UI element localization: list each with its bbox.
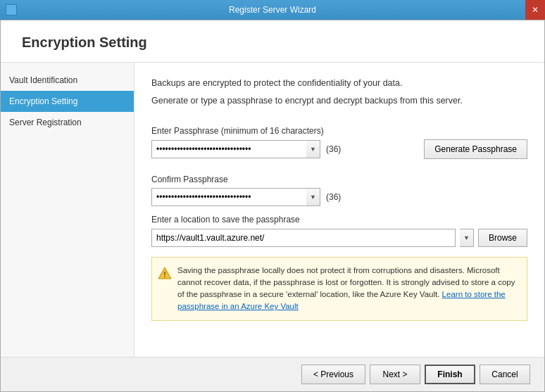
wizard-content: Backups are encrypted to protect the con… (134, 63, 544, 357)
title-bar: Register Server Wizard ✕ (0, 0, 545, 20)
passphrase-input-wrapper: ▼ (151, 140, 320, 158)
confirm-passphrase-section: Confirm Passphrase ▼ (36) (151, 166, 527, 206)
nav-item-vault-identification[interactable]: Vault Identification (1, 70, 134, 91)
browse-button[interactable]: Browse (478, 229, 527, 247)
wizard-body: Vault Identification Encryption Setting … (1, 63, 544, 357)
passphrase-input[interactable] (151, 140, 306, 158)
finish-button[interactable]: Finish (425, 365, 475, 384)
passphrase-section: Enter Passphrase (minimum of 16 characte… (151, 118, 527, 159)
cancel-button[interactable]: Cancel (480, 365, 530, 384)
close-button[interactable]: ✕ (525, 0, 545, 20)
location-section: Enter a location to save the passphrase … (151, 215, 527, 247)
warning-icon: ! (158, 266, 172, 280)
close-icon: ✕ (532, 5, 539, 15)
passphrase-dropdown-arrow[interactable]: ▼ (306, 140, 320, 158)
app-icon (6, 4, 17, 15)
previous-button[interactable]: < Previous (301, 365, 365, 384)
passphrase-row: ▼ (36) Generate Passphrase (151, 139, 527, 159)
confirm-passphrase-label: Confirm Passphrase (151, 175, 527, 184)
warning-text: Saving the passphrase locally does not p… (177, 265, 521, 313)
confirm-passphrase-row: ▼ (36) (151, 188, 527, 206)
location-input[interactable] (151, 229, 456, 247)
info-line1: Backups are encrypted to protect the con… (151, 77, 527, 90)
nav-item-encryption-setting[interactable]: Encryption Setting (1, 91, 134, 112)
info-line2: Generate or type a passphrase to encrypt… (151, 94, 527, 108)
nav-item-server-registration[interactable]: Server Registration (1, 112, 134, 133)
location-row: ▼ Browse (151, 229, 527, 247)
next-button[interactable]: Next > (370, 365, 420, 384)
wizard-footer: < Previous Next > Finish Cancel (1, 357, 544, 391)
generate-passphrase-button[interactable]: Generate Passphrase (424, 139, 527, 159)
confirm-dropdown-arrow[interactable]: ▼ (306, 188, 320, 206)
confirm-passphrase-input[interactable] (151, 188, 306, 206)
window-title: Register Server Wizard (229, 5, 316, 15)
svg-text:!: ! (163, 270, 166, 279)
location-label: Enter a location to save the passphrase (151, 215, 527, 225)
location-dropdown-arrow[interactable]: ▼ (460, 229, 474, 247)
passphrase-label: Enter Passphrase (minimum of 16 characte… (151, 126, 527, 136)
wizard-container: Encryption Setting Vault Identification … (0, 20, 545, 392)
warning-box: ! Saving the passphrase locally does not… (151, 257, 527, 321)
wizard-title: Encryption Setting (22, 34, 523, 51)
wizard-nav: Vault Identification Encryption Setting … (1, 63, 134, 357)
confirm-passphrase-count: (36) (326, 192, 341, 202)
confirm-input-wrapper: ▼ (151, 188, 320, 206)
wizard-header: Encryption Setting (1, 20, 544, 63)
passphrase-count: (36) (326, 144, 341, 154)
